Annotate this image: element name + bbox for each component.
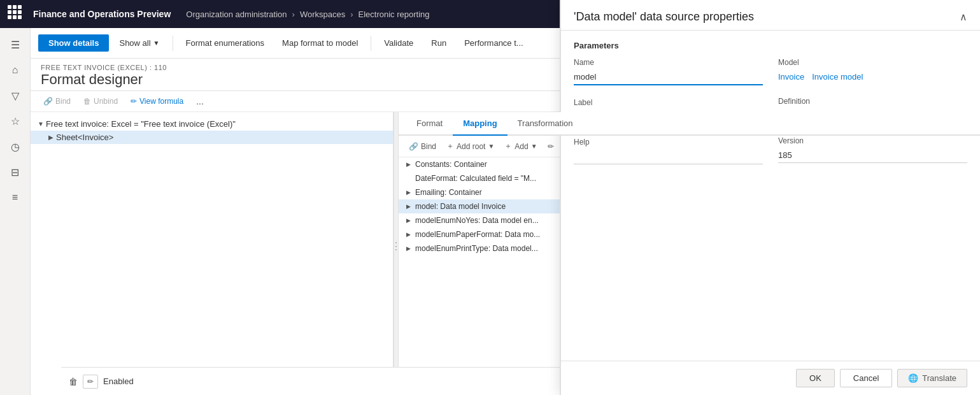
map-toggle-5: ▶ [406,231,415,238]
mapping-link-icon: 🔗 [409,142,418,151]
plus-icon-add: ＋ [504,141,512,152]
help-label: Help [574,138,763,147]
map-format-to-model-button[interactable]: Map format to model [274,35,366,51]
map-label-5: modelEnumPaperFormat: Data mo... [415,230,540,239]
model-section: Model Invoice Invoice model [778,58,967,84]
edit-record-button[interactable]: ✏ [83,375,98,389]
enabled-label: Enabled [103,377,134,386]
run-button[interactable]: Run [423,35,454,51]
name-label: Name [574,58,763,67]
toolbar-separator-2 [371,36,371,51]
plus-icon-root: ＋ [446,141,454,152]
invoice-model-link[interactable]: Invoice model [812,72,863,82]
map-toggle-0: ▶ [406,161,415,168]
show-all-dropdown[interactable]: Show all ▼ [111,35,167,51]
add-root-button[interactable]: ＋ Add root ▼ [444,140,497,153]
map-toggle-2: ▶ [406,189,415,196]
map-label-6: modelEnumPrintType: Data model... [415,244,538,253]
breadcrumb-workspaces[interactable]: Workspaces [300,10,345,19]
params-label-text: Parameters [574,41,619,50]
pane-divider[interactable] [394,112,399,380]
show-all-label: Show all [119,38,150,48]
mapping-edit-button[interactable]: ✏ [545,141,557,152]
performance-button[interactable]: Performance t... [457,35,530,51]
tree-toggle-root: ▼ [36,120,46,127]
list-icon[interactable]: ≡ [4,186,27,209]
panel-header: 'Data model' data source properties ∧ [561,0,980,31]
show-details-button[interactable]: Show details [38,34,109,52]
show-all-chevron-icon: ▼ [153,40,160,47]
tree-toggle-sheet: ▶ [46,134,56,141]
map-label-4: modelEnumNoYes: Data model en... [415,216,539,225]
map-toggle-1 [406,175,415,182]
name-input[interactable] [574,69,763,85]
map-toggle-3: ▶ [406,203,415,210]
help-field: Help [574,138,763,164]
translate-label: Translate [922,373,956,383]
model-links: Invoice Invoice model [778,69,967,84]
map-toggle-4: ▶ [406,217,415,224]
filter-icon[interactable]: ▽ [4,84,27,107]
trash-icon: 🗑 [83,97,91,106]
delete-button[interactable]: 🗑 [69,377,78,387]
clock-icon[interactable]: ◷ [4,135,27,158]
breadcrumb-electronic-reporting[interactable]: Electronic reporting [359,10,430,19]
apps-icon[interactable] [8,5,25,23]
calendar-icon[interactable]: ⊟ [4,161,27,183]
unbind-label: Unbind [94,97,118,106]
map-label-0: Constants: Container [415,160,487,169]
tree-item-sheet[interactable]: ▶ Sheet<Invoice> [31,131,393,144]
help-input[interactable] [574,149,763,164]
edit-icon: ✏ [548,142,554,151]
mapping-bind-button[interactable]: 🔗 Bind [406,141,439,152]
params-grid: Name Label Help Model [574,58,967,164]
home-icon[interactable]: ⌂ [4,59,27,82]
panel-title: 'Data model' data source properties [574,10,754,24]
format-tree-pane: ▼ Free text invoice: Excel = "Free text … [31,112,394,380]
invoice-link[interactable]: Invoice [778,72,804,82]
mapping-tabs: Format Mapping Transformation [399,112,980,136]
toolbar-separator-1 [173,36,173,51]
app-title: Finance and Operations Preview [33,9,181,19]
breadcrumb: Organization administration › Workspaces… [186,10,429,19]
link-icon: 🔗 [43,97,53,106]
view-formula-label: View formula [139,97,183,106]
breadcrumb-sep-2: › [350,10,353,19]
add-chevron: ▼ [531,143,537,150]
tree-label-sheet: Sheet<Invoice> [56,133,388,142]
breadcrumb-sep-1: › [292,10,295,19]
add-button[interactable]: ＋ Add ▼ [502,140,539,153]
map-toggle-6: ▶ [406,245,415,252]
add-root-chevron: ▼ [488,143,494,150]
params-section-label: Parameters [574,41,967,50]
panel-collapse-button[interactable]: ∧ [960,11,967,23]
tree-item-root[interactable]: ▼ Free text invoice: Excel = "Free text … [31,117,393,131]
tab-transformation[interactable]: Transformation [508,112,583,136]
version-label: Version [778,136,967,145]
bind-button[interactable]: 🔗 Bind [41,96,73,107]
more-actions-button[interactable]: ... [194,95,206,108]
map-label-1: DateFormat: Calculated field = "M... [415,174,536,183]
tab-format[interactable]: Format [406,112,453,136]
map-label-3: model: Data model Invoice [415,202,506,211]
definition-label: Definition [778,97,967,106]
add-root-label: Add root [457,142,485,151]
view-formula-button[interactable]: ✏ View formula [128,96,186,107]
unbind-button[interactable]: 🗑 Unbind [81,96,120,107]
hamburger-icon[interactable]: ☰ [4,33,27,56]
tab-mapping[interactable]: Mapping [453,112,507,136]
star-icon[interactable]: ☆ [4,110,27,133]
right-panel: 'Data model' data source properties ∧ Pa… [560,0,980,395]
version-field: Version 185 [778,136,967,163]
validate-button[interactable]: Validate [376,35,421,51]
format-enumerations-button[interactable]: Format enumerations [178,35,273,51]
mapping-bind-label: Bind [421,142,436,151]
tree-label-root: Free text invoice: Excel = "Free text in… [46,119,388,129]
version-value: 185 [778,148,967,163]
breadcrumb-org-admin[interactable]: Organization administration [186,10,287,19]
ok-button[interactable]: OK [796,369,835,387]
translate-button[interactable]: 🌐 Translate [897,369,967,387]
formula-icon: ✏ [131,97,137,106]
cancel-button[interactable]: Cancel [840,369,892,387]
add-label: Add [515,142,528,151]
